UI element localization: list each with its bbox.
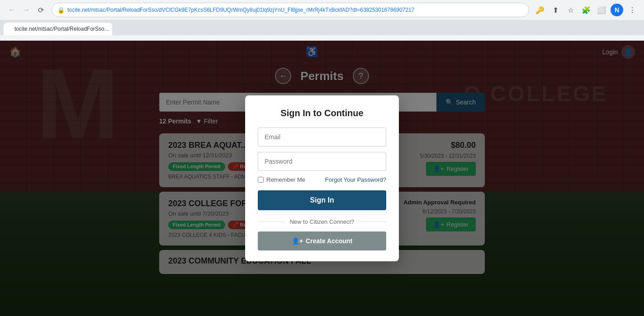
tab-bar: tocite.net/mtsac/Portal/ReloadForSso... <box>0 20 644 35</box>
forward-nav-button[interactable]: → <box>20 4 33 16</box>
email-input[interactable] <box>258 127 386 146</box>
extensions-btn[interactable]: 🧩 <box>580 4 592 16</box>
forgot-password-link[interactable]: Forgot Your Password? <box>325 176 386 183</box>
url-text: tocite.net/mtsac/Portal/ReloadForSso/dVC… <box>67 7 523 13</box>
browser-chrome: ← → ⟳ 🔒 tocite.net/mtsac/Portal/ReloadFo… <box>0 0 644 41</box>
back-nav-button[interactable]: ← <box>5 4 18 16</box>
window-btn[interactable]: ⬜ <box>595 4 608 16</box>
modal-box: Sign In to Continue Remember Me Forgot Y… <box>245 95 399 261</box>
create-account-button[interactable]: 👤+ Create Account <box>258 231 386 250</box>
page-content: M O COLLEGE 🏠 ♿ Login 👤 ← Permits ? 🔍 Se… <box>0 41 644 316</box>
address-bar[interactable]: 🔒 tocite.net/mtsac/Portal/ReloadForSso/d… <box>52 3 529 17</box>
profile-circle[interactable]: N <box>611 4 623 16</box>
divider-left <box>258 222 285 222</box>
lock-icon: 🔒 <box>57 7 65 14</box>
remember-forgot-row: Remember Me Forgot Your Password? <box>258 176 386 183</box>
password-input[interactable] <box>258 152 386 171</box>
divider-right <box>359 222 386 222</box>
sign-in-button[interactable]: Sign In <box>258 190 386 210</box>
browser-toolbar: ← → ⟳ 🔒 tocite.net/mtsac/Portal/ReloadFo… <box>0 0 644 20</box>
share-btn[interactable]: ⬆ <box>549 4 562 16</box>
create-account-icon: 👤+ <box>292 237 303 245</box>
modal-title: Sign In to Continue <box>258 108 386 118</box>
active-tab[interactable]: tocite.net/mtsac/Portal/ReloadForSso... <box>4 23 112 35</box>
key-icon-btn[interactable]: 🔑 <box>534 4 546 16</box>
reload-button[interactable]: ⟳ <box>34 4 47 16</box>
menu-btn[interactable]: ⋮ <box>626 4 639 16</box>
remember-me-checkbox[interactable] <box>258 177 264 183</box>
divider-row: New to Citizen Connect? <box>258 218 386 225</box>
modal-overlay: Sign In to Continue Remember Me Forgot Y… <box>0 41 644 316</box>
new-to-text: New to Citizen Connect? <box>289 218 354 225</box>
star-btn[interactable]: ☆ <box>564 4 577 16</box>
remember-me-label[interactable]: Remember Me <box>258 176 305 183</box>
browser-actions: 🔑 ⬆ ☆ 🧩 ⬜ N ⋮ <box>534 4 639 16</box>
tab-label: tocite.net/mtsac/Portal/ReloadForSso... <box>14 26 109 32</box>
nav-buttons: ← → ⟳ <box>5 4 47 16</box>
create-account-label: Create Account <box>306 237 352 245</box>
